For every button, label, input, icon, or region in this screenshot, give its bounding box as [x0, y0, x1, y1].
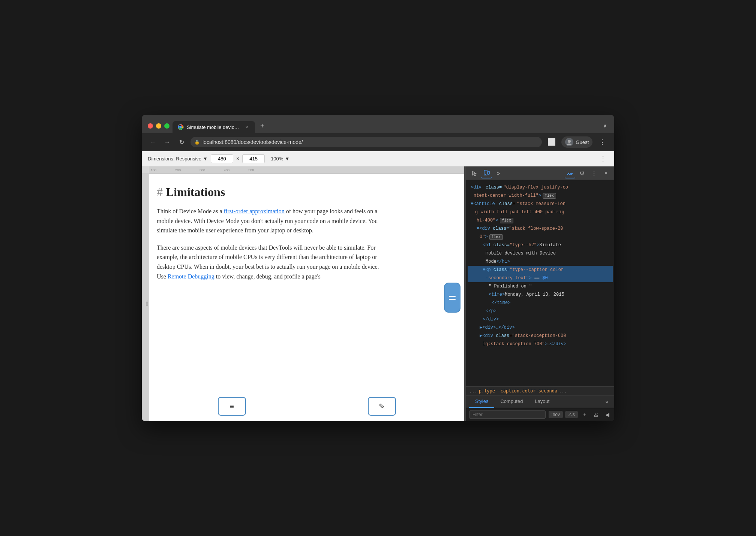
maximize-traffic-light[interactable]	[164, 123, 170, 129]
forward-icon: →	[164, 139, 170, 145]
toggle-icon: ◀	[605, 412, 609, 418]
browser-tab-active[interactable]: Simulate mobile devices with D ×	[172, 121, 255, 133]
ruler-side: 100200300400	[142, 174, 149, 421]
html-line: </p>	[468, 307, 613, 315]
close-icon: ×	[604, 170, 608, 177]
device-mode-button[interactable]	[481, 168, 492, 178]
paragraph2-cont: to view, change, debug, and profile a pa…	[214, 273, 321, 280]
address-input[interactable]: 🔒 localhost:8080/docs/devtools/device-mo…	[190, 137, 542, 147]
html-line: ht-400">flex	[468, 216, 613, 225]
html-line: ▼<article class="stack measure-lon	[468, 200, 613, 208]
styles-more-button[interactable]: »	[602, 396, 611, 408]
add-style-button[interactable]: +	[580, 410, 589, 419]
breadcrumb-dot: ...	[559, 388, 567, 394]
dimensions-dropdown[interactable]: Dimensions: Responsive ▼	[148, 156, 208, 162]
copy-style-button[interactable]: 🖨	[592, 410, 600, 419]
breadcrumb-bar: ... p.type--caption.color-seconda ...	[466, 386, 614, 395]
width-input[interactable]	[211, 154, 233, 163]
more-tabs-icon: »	[497, 170, 500, 177]
flex-badge[interactable]: flex	[489, 234, 503, 240]
address-bar-container: 🔒 localhost:8080/docs/devtools/device-mo…	[190, 137, 542, 147]
toolbar-more-button[interactable]: ⋮	[598, 153, 608, 164]
tab-layout[interactable]: Layout	[529, 395, 555, 408]
flex-badge[interactable]: flex	[500, 218, 513, 223]
first-order-link[interactable]: first-order approximation	[224, 208, 285, 214]
page-area: # Limitations Think of Device Mode as a …	[149, 174, 464, 421]
more-tabs-button[interactable]: »	[493, 168, 504, 178]
styles-tabs: Styles Computed Layout »	[466, 395, 614, 408]
page-heading: # Limitations	[157, 185, 382, 199]
new-tab-button[interactable]: +	[256, 119, 269, 133]
browser-window: Simulate mobile devices with D × + ∨ ← →…	[142, 115, 614, 421]
profile-button[interactable]: Guest	[561, 136, 592, 148]
zoom-dropdown[interactable]: 100% ▼	[271, 156, 290, 162]
menu-overlay-button[interactable]: ≡	[218, 397, 246, 416]
browser-more-button[interactable]: ⋮	[596, 136, 608, 148]
breadcrumb-ellipsis: ...	[469, 388, 477, 394]
html-line: <time>Monday, April 13, 2015	[468, 290, 613, 299]
element-picker-button[interactable]	[469, 168, 480, 178]
html-line: </div>	[468, 315, 613, 323]
flex-badge[interactable]: flex	[543, 193, 556, 199]
add-icon: +	[583, 412, 586, 418]
page-paragraph-1: Think of Device Mode as a first-order ap…	[157, 207, 382, 235]
edit-overlay-button[interactable]: ✎	[368, 397, 396, 416]
settings-button[interactable]: ⚙	[577, 168, 587, 178]
html-source[interactable]: <div class="display-flex justify-co nten…	[466, 180, 614, 386]
html-line: ▶<div>…</div>	[468, 323, 613, 332]
tab-search-button[interactable]: ⬜	[546, 136, 558, 148]
toggle-sidebar-button[interactable]: ◀	[603, 410, 611, 419]
html-line-selected[interactable]: ▼<p class="type--caption color	[468, 266, 613, 274]
avatar	[565, 138, 573, 146]
refresh-button[interactable]: ↻	[176, 137, 187, 147]
dimensions-chevron-icon: ▼	[203, 156, 208, 162]
back-button[interactable]: ←	[148, 137, 158, 147]
tab-computed[interactable]: Computed	[494, 395, 529, 408]
scroll-handle-line-1	[449, 296, 456, 297]
profile-label: Guest	[576, 139, 589, 145]
address-bar: ← → ↻ 🔒 localhost:8080/docs/devtools/dev…	[142, 133, 614, 151]
url-text: localhost:8080/docs/devtools/device-mode…	[202, 139, 303, 145]
html-line-selected-cont[interactable]: -secondary-text"> == $0	[468, 274, 613, 282]
devtools-more-button[interactable]: ⋮	[589, 168, 599, 178]
remote-debugging-link[interactable]: Remote Debugging	[168, 273, 214, 280]
hov-filter-button[interactable]: :hov	[549, 411, 562, 418]
styles-filter-input[interactable]	[469, 410, 546, 419]
html-line: Mode</h1>	[468, 258, 613, 266]
html-line: <div class="display-flex justify-co	[468, 183, 613, 192]
svg-rect-4	[488, 171, 489, 174]
tab-close-button[interactable]: ×	[244, 124, 250, 130]
zoom-label: 100%	[271, 156, 283, 162]
device-icon	[483, 169, 490, 176]
tab-styles[interactable]: Styles	[469, 395, 494, 408]
tab-label: Simulate mobile devices with D	[187, 124, 241, 130]
back-icon: ←	[150, 139, 156, 145]
close-traffic-light[interactable]	[148, 123, 153, 129]
breadcrumb-selector[interactable]: p.type--caption.color-seconda	[479, 388, 558, 394]
devtools-close-button[interactable]: ×	[601, 168, 611, 178]
dimensions-label: Dimensions: Responsive	[148, 156, 201, 162]
paragraph1-text: Think of Device Mode as a	[157, 208, 224, 214]
cls-filter-button[interactable]: .cls	[566, 411, 578, 418]
lock-icon: 🔒	[194, 139, 200, 145]
styles-filter: :hov .cls + 🖨 ◀	[466, 408, 614, 421]
zoom-chevron-icon: ▼	[285, 156, 290, 162]
forward-button[interactable]: →	[162, 137, 172, 147]
scroll-handle[interactable]	[444, 283, 460, 313]
menu-icon: ≡	[230, 402, 234, 411]
devtools-more-icon: ⋮	[591, 170, 597, 177]
html-line: lg:stack-exception-700">…</div>	[468, 340, 613, 348]
toolbar-more-icon: ⋮	[600, 154, 606, 163]
more-vert-icon: ⋮	[599, 138, 606, 146]
minimize-traffic-light[interactable]	[156, 123, 161, 129]
tab-chevron-icon[interactable]: ∨	[603, 123, 608, 133]
console-button[interactable]	[565, 168, 575, 178]
dimension-x-separator: ×	[236, 156, 239, 162]
title-bar: Simulate mobile devices with D × + ∨	[142, 115, 614, 133]
heading-text: Limitations	[166, 185, 225, 199]
height-input[interactable]	[242, 154, 265, 163]
html-line: ntent-center width-full">flex	[468, 192, 613, 200]
tabs-row: Simulate mobile devices with D × + ∨	[172, 119, 608, 133]
svg-point-5	[485, 174, 486, 175]
viewport-body: 100200300400 # Limitations Think of Devi…	[142, 174, 464, 421]
